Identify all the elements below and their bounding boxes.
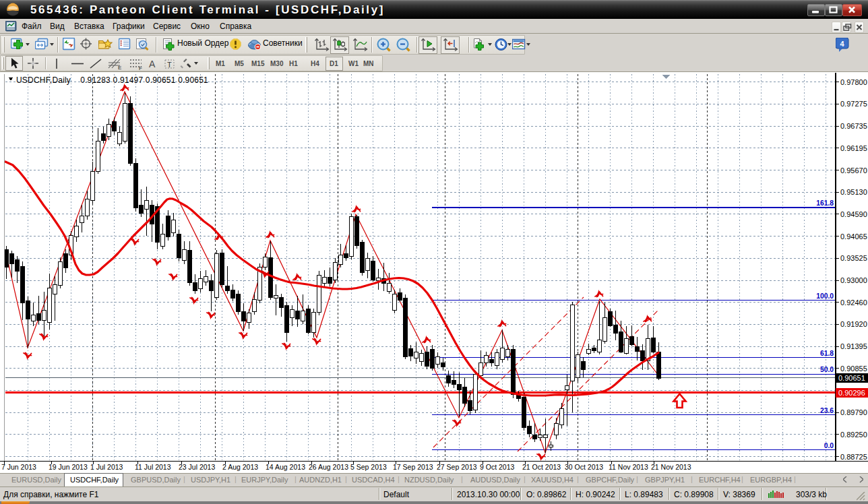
- svg-text:19 Jun 2013: 19 Jun 2013: [49, 463, 88, 471]
- svg-text:2 Aug 2013: 2 Aug 2013: [222, 463, 258, 471]
- svg-text:23 Jul 2013: 23 Jul 2013: [179, 463, 215, 471]
- svg-text:0.94065: 0.94065: [840, 232, 867, 241]
- svg-text:0.96735: 0.96735: [840, 122, 867, 130]
- svg-text:0.92460: 0.92460: [840, 298, 867, 307]
- svg-text:4: 4: [840, 40, 844, 48]
- svg-text:0.93000: 0.93000: [840, 276, 867, 284]
- svg-text:7 Jun 2013: 7 Jun 2013: [1, 463, 36, 471]
- svg-text:0.90651: 0.90651: [838, 374, 865, 382]
- svg-text:21 Nov 2013: 21 Nov 2013: [651, 463, 691, 471]
- svg-text:17 Sep 2013: 17 Sep 2013: [393, 463, 433, 471]
- svg-text:23.6: 23.6: [820, 407, 834, 414]
- svg-text:5 Sep 2013: 5 Sep 2013: [350, 463, 387, 471]
- svg-text:11 Jul 2013: 11 Jul 2013: [135, 463, 171, 471]
- svg-text:30 Oct 2013: 30 Oct 2013: [565, 463, 603, 471]
- svg-text:14 Aug 2013: 14 Aug 2013: [266, 463, 305, 471]
- svg-text:0.89790: 0.89790: [840, 408, 867, 416]
- svg-text:USDCHF,Daily 0.91283 0.9149: USDCHF,Daily 0.91283 0.91497 0.90651 0.9…: [16, 75, 208, 85]
- svg-text:50.0: 50.0: [820, 366, 834, 373]
- svg-text:0.95130: 0.95130: [840, 188, 867, 196]
- svg-text:0.94590: 0.94590: [840, 210, 867, 218]
- svg-text:0.93525: 0.93525: [840, 254, 867, 262]
- svg-text:26 Aug 2013: 26 Aug 2013: [309, 463, 348, 471]
- svg-text:0.97275: 0.97275: [840, 100, 867, 108]
- svg-text:0.90855: 0.90855: [840, 365, 867, 373]
- svg-text:A: A: [149, 59, 156, 69]
- svg-text:F: F: [139, 65, 142, 71]
- svg-text:0.89250: 0.89250: [840, 431, 867, 439]
- svg-text:61.8: 61.8: [820, 350, 834, 357]
- svg-text:0.0: 0.0: [824, 442, 834, 449]
- svg-text:27 Sep 2013: 27 Sep 2013: [437, 463, 477, 471]
- svg-text:0.91920: 0.91920: [840, 320, 867, 328]
- svg-text:11 Nov 2013: 11 Nov 2013: [609, 463, 648, 471]
- svg-text:100.0: 100.0: [816, 292, 834, 300]
- svg-text:0.96195: 0.96195: [840, 144, 867, 152]
- svg-text:0.97800: 0.97800: [840, 78, 867, 86]
- svg-text:E: E: [118, 65, 121, 70]
- svg-text:T: T: [167, 61, 172, 69]
- svg-text:0.95670: 0.95670: [840, 166, 867, 175]
- svg-text:1 Jul 2013: 1 Jul 2013: [90, 463, 123, 471]
- svg-text:9 Oct 2013: 9 Oct 2013: [480, 463, 515, 471]
- svg-text:0.88725: 0.88725: [840, 453, 867, 461]
- svg-text:21 Oct 2013: 21 Oct 2013: [522, 463, 561, 471]
- svg-text:0.90296: 0.90296: [838, 389, 865, 397]
- svg-text:161.8: 161.8: [816, 199, 834, 207]
- svg-text:0.91395: 0.91395: [840, 342, 867, 350]
